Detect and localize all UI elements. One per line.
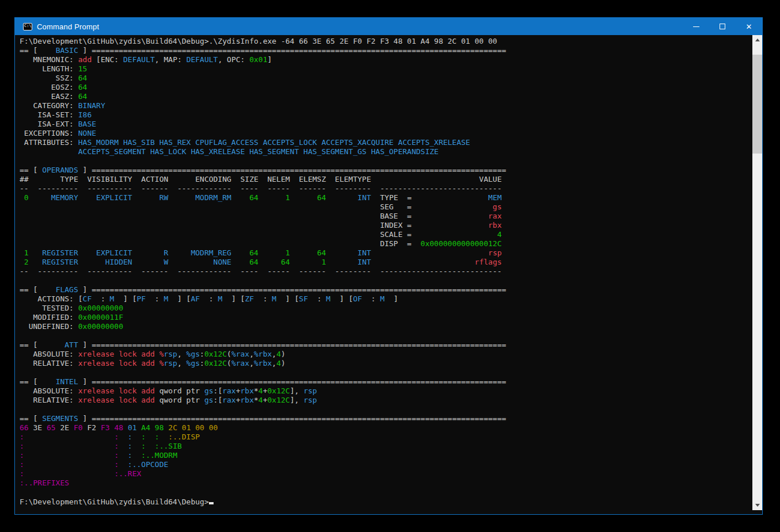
console-line: 0 MEMORY EXPLICIT RW MODRM_RM 64 1 64 IN…: [20, 193, 752, 202]
console-line: : :..REX: [20, 469, 752, 479]
console-line: ISA-EXT: BASE: [20, 120, 752, 129]
console-line: ISA-SET: I86: [20, 110, 752, 120]
console-line: MNEMONIC: add [ENC: DEFAULT, MAP: DEFAUL…: [20, 55, 752, 64]
console-line: : : : : :..SIB: [20, 442, 752, 451]
chevron-down-icon: [755, 504, 760, 507]
text-cursor: [209, 497, 214, 504]
console-line: : : : : : :..DISP: [20, 433, 752, 442]
console-line: 66 3E 65 2E F0 F2 F3 48 01 A4 98 2C 01 0…: [20, 423, 752, 433]
console-line: == [ SEGMENTS ] ========================…: [20, 414, 752, 423]
scrollbar[interactable]: [752, 35, 762, 510]
console-line: EXCEPTIONS: NONE: [20, 129, 752, 138]
cmd-icon: C:\: [23, 23, 32, 30]
console-line: :..PREFIXES: [20, 479, 752, 488]
cmd-icon-text: C:\: [24, 24, 32, 29]
console-line: SEG = gs: [20, 202, 752, 212]
console-line: RELATIVE: xrelease lock add %rsp, %gs:0x…: [20, 359, 752, 368]
console-line: == [ OPERANDS ] ========================…: [20, 166, 752, 175]
console-line: INDEX = rbx: [20, 221, 752, 230]
console-line: : : : :..MODRM: [20, 451, 752, 460]
console-line: LENGTH: 15: [20, 64, 752, 74]
console-line: : : :..OPCODE: [20, 460, 752, 469]
minimize-icon: [693, 26, 699, 27]
close-icon: ✕: [746, 22, 752, 31]
console-line: == [ FLAGS ] ===========================…: [20, 285, 752, 294]
scrollbar-thumb[interactable]: [752, 55, 762, 154]
console-line: 2 REGISTER HIDDEN W NONE 64 64 1 INT rfl…: [20, 258, 752, 267]
console-line: == [ INTEL ] ===========================…: [20, 377, 752, 386]
console-line: UNDEFINED: 0x00000000: [20, 322, 752, 331]
console-line: CATEGORY: BINARY: [20, 101, 752, 110]
command-prompt-window: C:\ Command Prompt ✕ F:\Development\GitH…: [14, 17, 763, 515]
console-line: BASE = rax: [20, 212, 752, 221]
caption-buttons: ✕: [683, 18, 762, 35]
console-area: F:\Development\GitHub\zydis\Build64\Debu…: [15, 35, 762, 514]
scrollbar-down-button[interactable]: [752, 500, 762, 510]
console-line: DISP = 0x000000000000012C: [20, 239, 752, 248]
window-title: Command Prompt: [37, 22, 99, 31]
chevron-up-icon: [755, 39, 760, 41]
console-line: RELATIVE: xrelease lock add qword ptr gs…: [20, 396, 752, 405]
maximize-button[interactable]: [709, 18, 736, 35]
console-line: SSZ: 64: [20, 74, 752, 83]
console-line: TESTED: 0x00000000: [20, 304, 752, 313]
console-line: ACCEPTS_SEGMENT HAS_LOCK HAS_XRELEASE HA…: [20, 147, 752, 156]
titlebar[interactable]: C:\ Command Prompt ✕: [15, 18, 762, 35]
minimize-button[interactable]: [683, 18, 709, 35]
console-line: ATTRIBUTES: HAS_MODRM HAS_SIB HAS_REX CP…: [20, 138, 752, 147]
console-line: EOSZ: 64: [20, 83, 752, 92]
console-line: -- --------- ---------- ------ ---------…: [20, 184, 752, 193]
console-line: MODIFIED: 0x0000011F: [20, 313, 752, 322]
console-line: [20, 276, 752, 285]
console-line: [20, 405, 752, 414]
close-button[interactable]: ✕: [736, 18, 762, 35]
console-line: [20, 368, 752, 377]
console-line: [20, 331, 752, 340]
console-line: ## TYPE VISIBILITY ACTION ENCODING SIZE …: [20, 175, 752, 184]
console-line: [20, 488, 752, 497]
console-line: F:\Development\GitHub\zydis\Build64\Debu…: [20, 497, 752, 506]
console-line: ABSOLUTE: xrelease lock add %rsp, %gs:0x…: [20, 350, 752, 359]
console-line: == [ ATT ] =============================…: [20, 340, 752, 350]
console-line: SCALE = 4: [20, 230, 752, 239]
console-line: -- --------- ---------- ------ ---------…: [20, 267, 752, 276]
console-line: ACTIONS: [CF : M ] [PF : M ] [AF : M ] […: [20, 294, 752, 304]
console-output[interactable]: F:\Development\GitHub\zydis\Build64\Debu…: [20, 37, 752, 514]
console-line: [20, 156, 752, 166]
console-line: 1 REGISTER EXPLICIT R MODRM_REG 64 1 64 …: [20, 248, 752, 258]
console-line: ABSOLUTE: xrelease lock add qword ptr gs…: [20, 386, 752, 396]
maximize-icon: [720, 24, 725, 29]
console-line: EASZ: 64: [20, 92, 752, 101]
console-line: F:\Development\GitHub\zydis\Build64\Debu…: [20, 37, 752, 46]
scrollbar-up-button[interactable]: [752, 35, 762, 45]
console-line: == [ BASIC ] ===========================…: [20, 46, 752, 55]
